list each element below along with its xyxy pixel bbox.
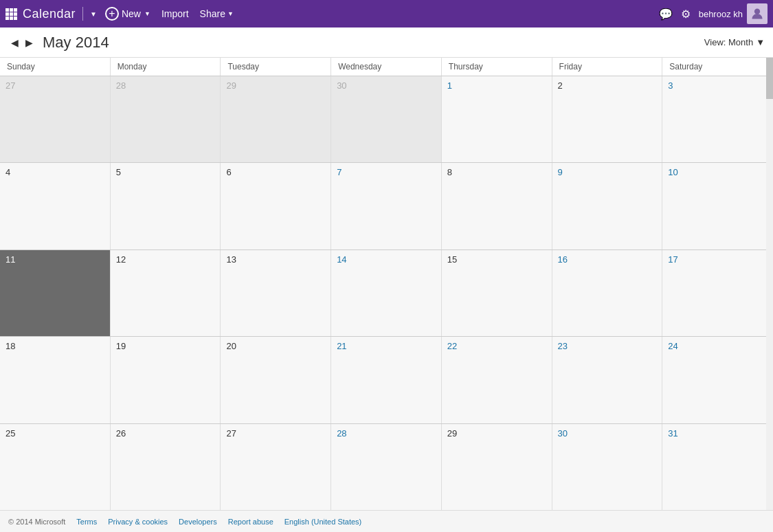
calendar-cell[interactable]: 7 xyxy=(331,163,442,249)
day-number: 27 xyxy=(226,428,236,439)
calendar-cell[interactable]: 14 xyxy=(331,250,442,336)
calendar-day-header: Thursday xyxy=(442,58,552,76)
day-number: 30 xyxy=(558,428,568,439)
calendar-cell[interactable]: 29 xyxy=(221,76,331,162)
month-title: May 2014 xyxy=(43,34,109,52)
calendar-cell[interactable]: 3 xyxy=(662,76,773,162)
right-icons: 💬 ⚙ behrooz kh xyxy=(659,3,768,24)
share-button[interactable]: Share ▼ xyxy=(194,5,239,22)
calendar-week-row: 11121314151617 xyxy=(0,250,773,337)
day-number: 5 xyxy=(116,167,121,177)
day-number: 13 xyxy=(226,254,236,265)
terms-link[interactable]: Terms xyxy=(76,518,97,526)
day-number: 21 xyxy=(337,341,346,351)
subheader: ◀ ▶ May 2014 View: Month ▼ xyxy=(0,27,773,58)
calendar-cell[interactable]: 4 xyxy=(0,163,111,249)
day-number: 26 xyxy=(116,428,126,439)
calendar-cell[interactable]: 13 xyxy=(221,250,331,336)
day-number: 25 xyxy=(5,428,15,439)
scrollbar[interactable] xyxy=(766,58,773,510)
day-number: 22 xyxy=(447,341,457,351)
calendar-week-row: 27282930123 xyxy=(0,76,773,163)
user-avatar xyxy=(747,3,768,24)
day-number: 17 xyxy=(668,254,677,265)
calendar-cell[interactable]: 23 xyxy=(552,337,663,423)
calendar-cell[interactable]: 28 xyxy=(331,424,442,510)
calendar-cell[interactable]: 26 xyxy=(111,424,221,510)
calendar-cell[interactable]: 22 xyxy=(442,337,552,423)
calendar-body: 2728293012345678910111213141516171819202… xyxy=(0,76,773,510)
footer: © 2014 Microsoft Terms Privacy & cookies… xyxy=(0,510,773,532)
developers-link[interactable]: Developers xyxy=(179,518,217,526)
calendar-cell[interactable]: 8 xyxy=(442,163,552,249)
logo-area: Calendar xyxy=(5,7,76,21)
calendar-cell[interactable]: 17 xyxy=(662,250,773,336)
app-logo-icon xyxy=(5,8,17,20)
day-number: 14 xyxy=(337,254,346,265)
calendar-week-row: 25262728293031 xyxy=(0,424,773,510)
import-button[interactable]: Import xyxy=(156,5,194,22)
calendar-cell[interactable]: 9 xyxy=(552,163,663,249)
calendar-cell[interactable]: 12 xyxy=(111,250,221,336)
header-down-arrow-icon[interactable]: ▼ xyxy=(87,9,100,19)
language-link[interactable]: English (United States) xyxy=(284,518,362,526)
calendar-cell[interactable]: 5 xyxy=(111,163,221,249)
day-number: 28 xyxy=(337,428,346,439)
calendar-cell[interactable]: 1 xyxy=(442,76,552,162)
calendar-day-header: Tuesday xyxy=(221,58,331,76)
day-number: 8 xyxy=(447,167,452,177)
calendar-cell[interactable]: 15 xyxy=(442,250,552,336)
day-number: 19 xyxy=(116,341,126,351)
new-plus-icon: + xyxy=(105,7,119,21)
calendar-cell[interactable]: 11 xyxy=(0,250,111,336)
day-number: 20 xyxy=(226,341,236,351)
calendar-cell[interactable]: 29 xyxy=(442,424,552,510)
calendar-day-header: Sunday xyxy=(0,58,111,76)
day-number: 10 xyxy=(668,167,677,177)
calendar-cell[interactable]: 27 xyxy=(221,424,331,510)
new-label: New xyxy=(122,8,141,19)
calendar-cell[interactable]: 31 xyxy=(662,424,773,510)
next-month-button[interactable]: ▶ xyxy=(23,36,36,49)
day-number: 29 xyxy=(226,80,236,91)
calendar-cell[interactable]: 25 xyxy=(0,424,111,510)
day-number: 18 xyxy=(5,341,15,351)
day-number: 24 xyxy=(668,341,677,351)
day-number: 29 xyxy=(447,428,457,439)
calendar-cell[interactable]: 24 xyxy=(662,337,773,423)
calendar-cell[interactable]: 16 xyxy=(552,250,663,336)
calendar-cell[interactable]: 28 xyxy=(111,76,221,162)
chat-icon[interactable]: 💬 xyxy=(659,8,673,21)
prev-month-button[interactable]: ◀ xyxy=(8,36,21,49)
calendar-week-row: 18192021222324 xyxy=(0,337,773,423)
user-area[interactable]: behrooz kh xyxy=(699,3,768,24)
day-number: 3 xyxy=(668,80,673,91)
calendar-cell[interactable]: 21 xyxy=(331,337,442,423)
calendar-cell[interactable]: 18 xyxy=(0,337,111,423)
calendar-cell[interactable]: 19 xyxy=(111,337,221,423)
privacy-link[interactable]: Privacy & cookies xyxy=(108,518,168,526)
new-dropdown-icon: ▼ xyxy=(144,10,150,17)
calendar-cell[interactable]: 20 xyxy=(221,337,331,423)
calendar-cell[interactable]: 6 xyxy=(221,163,331,249)
calendar-cell[interactable]: 10 xyxy=(662,163,773,249)
day-number: 30 xyxy=(337,80,346,91)
view-dropdown-icon: ▼ xyxy=(756,37,765,47)
calendar-header-row: SundayMondayTuesdayWednesdayThursdayFrid… xyxy=(0,58,773,76)
day-number: 28 xyxy=(116,80,126,91)
view-selector[interactable]: View: Month ▼ xyxy=(704,37,765,47)
day-number: 9 xyxy=(558,167,563,177)
username: behrooz kh xyxy=(699,9,743,19)
settings-icon[interactable]: ⚙ xyxy=(681,8,691,21)
share-label: Share xyxy=(200,8,225,19)
day-number: 11 xyxy=(5,254,15,265)
calendar-container: SundayMondayTuesdayWednesdayThursdayFrid… xyxy=(0,58,773,510)
report-link[interactable]: Report abuse xyxy=(228,518,273,526)
calendar-cell[interactable]: 30 xyxy=(552,424,663,510)
scrollbar-thumb[interactable] xyxy=(766,58,773,99)
share-dropdown-icon: ▼ xyxy=(227,10,234,17)
calendar-cell[interactable]: 30 xyxy=(331,76,442,162)
new-button[interactable]: + New ▼ xyxy=(100,4,156,23)
calendar-cell[interactable]: 27 xyxy=(0,76,111,162)
calendar-cell[interactable]: 2 xyxy=(552,76,663,162)
